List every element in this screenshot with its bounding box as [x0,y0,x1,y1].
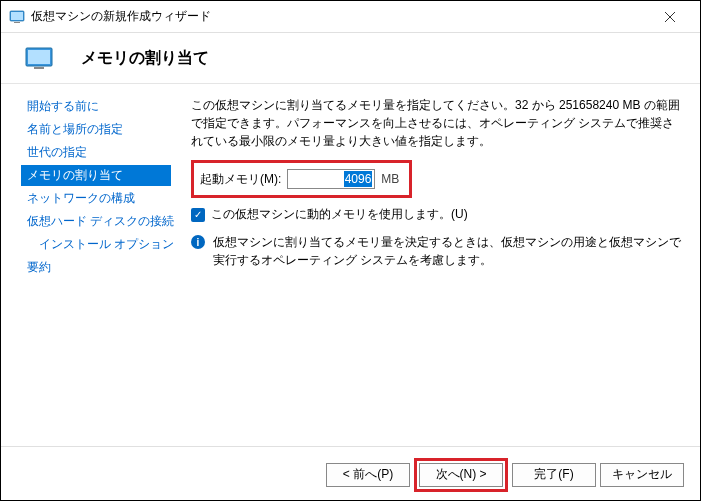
wizard-steps: 開始する前に 名前と場所の指定 世代の指定 メモリの割り当て ネットワークの構成… [1,84,171,446]
dynamic-memory-checkbox[interactable]: ✓ [191,208,205,222]
description-text: この仮想マシンに割り当てるメモリ量を指定してください。32 から 2516582… [191,96,684,150]
wizard-icon [25,47,53,69]
next-button[interactable]: 次へ(N) > [419,463,503,487]
info-text: 仮想マシンに割り当てるメモリ量を決定するときは、仮想マシンの用途と仮想マシンで実… [213,233,684,269]
svg-rect-2 [14,22,20,23]
step-summary[interactable]: 要約 [21,257,171,278]
window-title: 仮想マシンの新規作成ウィザード [31,8,648,25]
memory-label: 起動メモリ(M): [200,171,281,188]
memory-value-selection: 4096 [344,171,373,187]
step-name-location[interactable]: 名前と場所の指定 [21,119,171,140]
step-memory[interactable]: メモリの割り当て [21,165,171,186]
previous-button[interactable]: < 前へ(P) [326,463,410,487]
highlight-next-box: 次へ(N) > [414,458,508,492]
svg-rect-7 [34,67,44,69]
close-icon [665,12,675,22]
step-install-options[interactable]: インストール オプション [21,234,171,255]
highlight-memory-box: 起動メモリ(M): 4096 MB [191,160,412,198]
step-network[interactable]: ネットワークの構成 [21,188,171,209]
info-icon: i [191,235,205,249]
cancel-button[interactable]: キャンセル [600,463,684,487]
step-vhd[interactable]: 仮想ハード ディスクの接続 [21,211,171,232]
dynamic-memory-label: この仮想マシンに動的メモリを使用します。(U) [211,206,468,223]
svg-rect-6 [28,50,50,64]
close-button[interactable] [648,1,692,32]
svg-rect-1 [11,12,23,20]
page-title: メモリの割り当て [81,48,209,69]
step-generation[interactable]: 世代の指定 [21,142,171,163]
finish-button[interactable]: 完了(F) [512,463,596,487]
memory-unit: MB [381,172,399,186]
step-before-begin[interactable]: 開始する前に [21,96,171,117]
app-icon [9,9,25,25]
